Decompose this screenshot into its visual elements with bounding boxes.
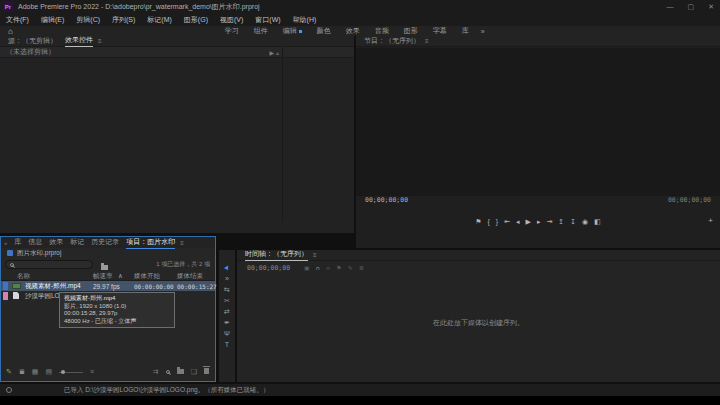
- tab-effects[interactable]: 效果: [49, 237, 63, 248]
- step-back-icon[interactable]: ◂: [516, 216, 520, 228]
- tab-info[interactable]: 信息: [28, 237, 42, 248]
- tab-history[interactable]: 历史记录: [91, 237, 119, 248]
- workspace-tab-color[interactable]: 颜色: [317, 26, 331, 36]
- workspace-tab-graphics[interactable]: 图形: [404, 26, 418, 36]
- search-input[interactable]: [5, 260, 93, 269]
- table-row-video-clip[interactable]: 视频素材-郑州.mp4 29.97 fps 00:00:00:00 00:00:…: [1, 281, 215, 291]
- new-item-icon[interactable]: ❏: [191, 366, 197, 378]
- type-tool[interactable]: T: [225, 341, 229, 349]
- menu-item-window[interactable]: 窗口(W): [249, 15, 286, 25]
- background-tasks-icon[interactable]: [6, 387, 12, 393]
- sort-ascending-icon[interactable]: ∧: [118, 272, 123, 280]
- mark-in-icon[interactable]: {: [487, 216, 489, 228]
- workspace-tab-effects[interactable]: 效果: [346, 26, 360, 36]
- button-editor-icon[interactable]: +: [708, 216, 713, 225]
- find-icon[interactable]: [166, 366, 170, 378]
- ripple-edit-tool[interactable]: ⇆: [224, 286, 230, 294]
- lift-icon[interactable]: ↥: [558, 216, 564, 228]
- timeline-timecode[interactable]: 00;00;00;00: [247, 264, 290, 272]
- workspace-tab-learning[interactable]: 学习: [225, 26, 239, 36]
- workspace-tab-editing[interactable]: 编辑: [283, 26, 302, 36]
- snap-icon[interactable]: ∩: [316, 262, 320, 274]
- status-bar: 已导入 D:\沙漠学园LOGO\沙漠学园LOGO.png。（所有媒体已就绪。）: [0, 384, 720, 396]
- menu-bar: 文件(F) 编辑(E) 剪辑(C) 序列(S) 标记(M) 图形(G) 视图(V…: [0, 13, 720, 26]
- tab-timeline[interactable]: 时间轴：（无序列）: [245, 249, 308, 261]
- mark-out-icon[interactable]: }: [496, 216, 498, 228]
- timeline-display-settings-icon[interactable]: ✎: [348, 262, 353, 274]
- add-marker-icon[interactable]: ⚑: [475, 216, 481, 228]
- workspace-tab-captions[interactable]: 字幕: [433, 26, 447, 36]
- add-marker-icon[interactable]: ⚑: [336, 262, 341, 274]
- column-media-start[interactable]: 媒体开始: [134, 272, 160, 281]
- selection-tool[interactable]: ➤: [222, 263, 232, 272]
- menu-item-edit[interactable]: 编辑(E): [35, 15, 70, 25]
- extract-icon[interactable]: ↧: [570, 216, 576, 228]
- label-color-chip[interactable]: [3, 292, 8, 300]
- minimize-button[interactable]: —: [667, 3, 674, 10]
- go-to-in-icon[interactable]: ⇤: [504, 216, 510, 228]
- timeline-panel: 时间轴：（无序列） ≡ 00;00;00;00 ▣ ∩ ∞ ⚑ ✎ ≣ 在此处放…: [237, 250, 720, 382]
- freeform-view-icon[interactable]: ▤: [45, 366, 52, 378]
- tab-effect-controls[interactable]: 效果控件: [65, 35, 93, 47]
- razor-tool[interactable]: ✂: [224, 297, 230, 305]
- list-view-icon[interactable]: ≣: [19, 366, 25, 378]
- tab-project[interactable]: 项目：图片水印: [126, 237, 175, 249]
- menu-item-graphics[interactable]: 图形(G): [178, 15, 214, 25]
- comparison-view-icon[interactable]: ◧: [594, 216, 601, 228]
- trash-icon: [204, 368, 209, 374]
- program-duration-timecode: 00;00;00;00: [668, 196, 711, 204]
- insert-overwrite-sequence-icon[interactable]: ▣: [304, 262, 310, 274]
- label-color-chip[interactable]: [3, 282, 8, 290]
- clip-media-start: 00:00:00:00: [134, 283, 174, 290]
- play-icon[interactable]: ▶: [526, 216, 531, 228]
- tab-markers[interactable]: 标记: [70, 237, 84, 248]
- step-forward-icon[interactable]: ▸: [537, 216, 541, 228]
- project-panel-toolbar: ✎ ≣ ▦ ▤ ≡ ⇉ ❏: [1, 366, 215, 378]
- delete-icon[interactable]: [204, 366, 209, 378]
- menu-item-file[interactable]: 文件(F): [0, 15, 35, 25]
- slip-tool[interactable]: ⇄: [224, 308, 230, 316]
- panel-menu-icon[interactable]: ≡: [180, 240, 184, 246]
- panel-menu-icon[interactable]: ≡: [425, 38, 429, 44]
- export-frame-icon[interactable]: ◉: [582, 216, 588, 228]
- tab-overflow-left-icon[interactable]: «: [4, 240, 7, 246]
- expand-icon[interactable]: ▶: [269, 49, 274, 56]
- column-name[interactable]: 名称: [17, 272, 30, 281]
- icon-view-icon[interactable]: ▦: [32, 366, 39, 378]
- pen-tool[interactable]: ✒: [224, 319, 230, 327]
- menu-item-clip[interactable]: 剪辑(C): [70, 15, 106, 25]
- panel-menu-icon[interactable]: ≡: [98, 38, 102, 44]
- tab-source-monitor[interactable]: 源：（无剪辑）: [8, 36, 57, 47]
- project-name[interactable]: 图片水印.prproj: [17, 249, 61, 258]
- folder-icon: [177, 369, 184, 374]
- tooltip-audio: 48000 Hz - 已压缩 - 立体声: [64, 318, 170, 326]
- menu-item-sequence[interactable]: 序列(S): [106, 15, 141, 25]
- maximize-button[interactable]: ▢: [688, 3, 695, 11]
- zoom-slider[interactable]: [59, 372, 83, 373]
- workspace-overflow-icon[interactable]: »: [481, 28, 485, 35]
- new-bin-icon[interactable]: [177, 366, 184, 378]
- automate-to-sequence-icon[interactable]: ⇉: [153, 366, 159, 378]
- tab-program-monitor[interactable]: 节目：（无序列）: [364, 36, 420, 47]
- hand-tool[interactable]: Ψ: [224, 330, 230, 338]
- workspace-tab-audio[interactable]: 音频: [375, 26, 389, 36]
- column-fps[interactable]: 帧速率: [93, 272, 113, 281]
- close-button[interactable]: ✕: [708, 3, 714, 11]
- column-media-end[interactable]: 媒体结束: [177, 272, 203, 281]
- panel-menu-icon[interactable]: ≡: [313, 252, 317, 258]
- tab-libraries[interactable]: 库: [14, 237, 21, 248]
- project-writable-icon[interactable]: ✎: [6, 366, 12, 378]
- track-select-forward-tool[interactable]: »: [225, 275, 229, 283]
- caption-options-icon[interactable]: ≣: [359, 262, 364, 274]
- menu-item-view[interactable]: 视图(V): [214, 15, 249, 25]
- linked-selection-icon[interactable]: ∞: [326, 262, 330, 274]
- go-to-out-icon[interactable]: ⇥: [546, 216, 552, 228]
- program-current-timecode[interactable]: 00;00;00;00: [365, 196, 408, 204]
- menu-item-markers[interactable]: 标记(M): [141, 15, 178, 25]
- scroll-up-icon[interactable]: ▲: [275, 50, 280, 56]
- sort-icons-icon[interactable]: ≡: [90, 366, 94, 378]
- workspace-tab-libraries[interactable]: 库: [462, 26, 469, 36]
- workspace-tab-assembly[interactable]: 组件: [254, 26, 268, 36]
- menu-item-help[interactable]: 帮助(H): [287, 15, 323, 25]
- home-icon[interactable]: ⌂: [8, 27, 13, 36]
